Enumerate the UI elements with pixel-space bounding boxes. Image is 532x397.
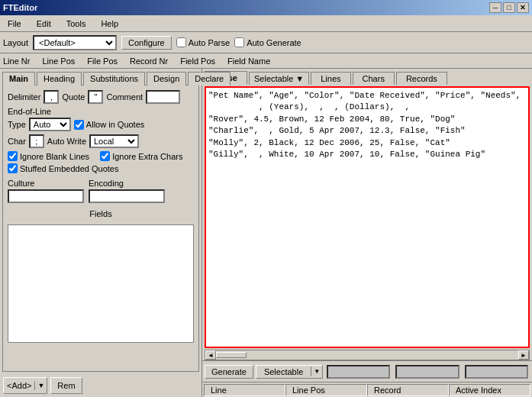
status-line: Line <box>204 384 285 396</box>
parse-text-content: "Pet Name", "Age", "Color", "Date Receiv… <box>206 88 528 163</box>
layout-dropdown[interactable]: <Default> <box>33 35 117 50</box>
menu-bar: File Edit Tools Help <box>0 15 532 32</box>
auto-generate-checkbox[interactable] <box>234 37 244 47</box>
bottom-buttons: <Add> ▼ Rem <box>0 374 202 397</box>
fields-section-label: Fields <box>8 209 194 218</box>
status-bar: Line Line Pos Record Active Index <box>202 382 532 397</box>
selectable-arrow-icon: ▼ <box>295 74 304 83</box>
scroll-track <box>216 352 518 358</box>
field-field-pos: Field Pos <box>180 56 215 66</box>
ignore-blank-lines-checkbox[interactable] <box>8 151 18 161</box>
comment-label: Comment <box>106 92 143 102</box>
allow-in-quotes-checkbox[interactable] <box>74 120 84 130</box>
field-line-pos: Line Pos <box>42 56 75 66</box>
add-button[interactable]: <Add> ▼ <box>3 377 47 394</box>
menu-file[interactable]: File <box>3 18 26 30</box>
tab-main[interactable]: Main <box>2 72 35 86</box>
char-label: Char <box>8 137 26 146</box>
eol-section: End-of-Line Type Auto Allow in Quotes Ch… <box>8 107 194 148</box>
eol-type-label: Type <box>8 120 26 129</box>
scroll-left-button[interactable]: ◄ <box>205 350 216 360</box>
title-bar: FTEditor ─ □ ✕ <box>0 0 532 15</box>
window-controls: ─ □ ✕ <box>489 2 529 13</box>
selectable-bottom-arrow-icon: ▼ <box>311 366 322 376</box>
horizontal-scrollbar[interactable]: ◄ ► <box>205 350 530 360</box>
eol-label: End-of-Line <box>8 107 194 116</box>
menu-edit[interactable]: Edit <box>32 18 56 30</box>
quote-label: Quote <box>62 92 85 102</box>
right-tab-selectable[interactable]: Selectable ▼ <box>249 72 309 85</box>
right-panel: Parse Selectable ▼ Lines Chars Records "… <box>202 69 532 397</box>
configure-button[interactable]: Configure <box>121 36 172 50</box>
culture-label: Culture <box>8 179 84 188</box>
fields-bar: Line Nr Line Pos File Pos Record Nr Fiel… <box>0 53 532 69</box>
encoding-label: Encoding <box>89 179 165 188</box>
toolbar: Layout <Default> Configure Auto Parse Au… <box>0 32 532 53</box>
culture-encoding-row: Culture Encoding utf-8 <box>8 176 194 203</box>
close-button[interactable]: ✕ <box>517 2 529 13</box>
right-tab-records[interactable]: Records <box>396 72 447 85</box>
fields-list <box>8 224 194 343</box>
tab-design[interactable]: Design <box>147 72 186 86</box>
menu-help[interactable]: Help <box>96 18 123 30</box>
tab-substitutions[interactable]: Substitutions <box>83 72 145 86</box>
records-bar <box>465 365 528 379</box>
add-button-arrow[interactable]: ▼ <box>34 381 47 390</box>
auto-write-label: Auto Write <box>47 137 86 146</box>
chars-bar <box>395 365 459 379</box>
delimiter-input[interactable] <box>44 90 59 104</box>
eol-type-row: Type Auto Allow in Quotes <box>8 118 194 131</box>
field-record-nr: Record Nr <box>130 56 168 66</box>
layout-label: Layout <box>3 38 28 47</box>
generate-button[interactable]: Generate <box>205 365 253 379</box>
right-tabs: Parse Selectable ▼ Lines Chars Records <box>202 69 532 85</box>
eol-type-select[interactable]: Auto <box>29 118 71 131</box>
quote-input[interactable] <box>88 90 103 104</box>
auto-parse-checkbox[interactable] <box>176 37 186 47</box>
encoding-input[interactable]: utf-8 <box>89 189 165 203</box>
tab-main-content: Delimiter Quote Comment 0x04 End-of-Line… <box>2 85 199 372</box>
scroll-right-button[interactable]: ► <box>518 350 529 360</box>
right-tab-lines[interactable]: Lines <box>311 72 350 85</box>
minimize-button[interactable]: ─ <box>489 2 501 13</box>
status-record: Record <box>367 384 449 396</box>
right-tab-chars[interactable]: Chars <box>353 72 395 85</box>
encoding-section: Encoding utf-8 <box>89 179 165 203</box>
title-text: FTEditor <box>3 3 37 12</box>
culture-input[interactable] <box>8 189 84 203</box>
tab-declare[interactable]: Declare <box>188 72 231 86</box>
ignore-blank-lines-row: Ignore Blank Lines Ignore Extra Chars <box>8 151 194 161</box>
ignore-extra-chars-checkbox[interactable] <box>100 151 110 161</box>
field-file-pos: File Pos <box>87 56 118 66</box>
culture-section: Culture <box>8 179 84 203</box>
stuffed-quotes-checkbox[interactable] <box>8 163 18 173</box>
fields-wrapper: Fields <box>8 209 194 343</box>
delimiter-row: Delimiter Quote Comment 0x04 <box>8 90 194 104</box>
ignore-extra-chars-label[interactable]: Ignore Extra Chars <box>100 151 182 161</box>
auto-generate-checkbox-label[interactable]: Auto Generate <box>234 37 301 47</box>
status-active-index: Active Index <box>449 384 530 396</box>
tab-heading[interactable]: Heading <box>37 72 82 86</box>
auto-write-select[interactable]: Local <box>89 134 139 148</box>
left-tabs: Main Heading Substitutions Design Declar… <box>0 69 202 85</box>
comment-input[interactable]: 0x04 <box>146 90 180 104</box>
lines-bar <box>327 365 390 379</box>
stuffed-quotes-label[interactable]: Stuffed Embedded Quotes <box>8 163 118 173</box>
field-line-nr: Line Nr <box>3 56 30 66</box>
allow-in-quotes-label[interactable]: Allow in Quotes <box>74 120 144 130</box>
main-content: Main Heading Substitutions Design Declar… <box>0 69 532 397</box>
rem-button[interactable]: Rem <box>50 377 82 394</box>
bottom-toolbar: Generate Selectable ▼ <box>202 360 532 382</box>
maximize-button[interactable]: □ <box>503 2 515 13</box>
status-line-pos: Line Pos <box>285 384 367 396</box>
field-field-name: Field Name <box>227 56 270 66</box>
selectable-bottom-button[interactable]: Selectable ▼ <box>256 365 323 379</box>
auto-parse-checkbox-label[interactable]: Auto Parse <box>176 37 230 47</box>
delimiter-label: Delimiter <box>8 92 40 102</box>
ignore-blank-lines-label[interactable]: Ignore Blank Lines <box>8 151 89 161</box>
left-panel: Main Heading Substitutions Design Declar… <box>0 69 202 397</box>
eol-char-row: Char Auto Write Local <box>8 134 194 148</box>
char-input[interactable] <box>29 134 44 148</box>
menu-tools[interactable]: Tools <box>62 18 91 30</box>
scroll-thumb[interactable] <box>216 352 247 358</box>
